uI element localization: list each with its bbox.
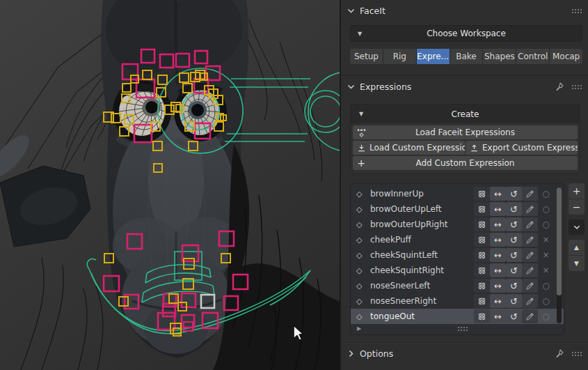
mirror-expression-button[interactable] — [474, 294, 490, 308]
eyedropper-icon[interactable] — [522, 248, 538, 262]
remove-corrective-icon[interactable]: × — [538, 233, 554, 247]
load-custom-expressions-button[interactable]: Load Custom Expressio... — [353, 141, 465, 155]
mirror-axis-button[interactable]: ↔ — [490, 279, 506, 293]
shapekey-diamond-icon: ◇ — [356, 297, 370, 306]
shapekey-diamond-icon: ◇ — [356, 251, 370, 260]
expression-row-browOuterUpLeft[interactable]: ◇browOuterUpLeft↔↺○ — [351, 201, 564, 217]
mirror-axis-button[interactable]: ↔ — [490, 187, 506, 201]
corrective-shapekey-icon[interactable]: ○ — [538, 309, 554, 323]
corrective-shapekey-icon[interactable]: ○ — [538, 187, 554, 201]
mirror-axis-button[interactable]: ↔ — [490, 263, 506, 277]
drag-grip-icon[interactable] — [571, 84, 582, 89]
add-custom-expression-label: Add Custom Expression — [370, 158, 578, 168]
reset-expression-button[interactable]: ↺ — [506, 294, 522, 308]
load-faceit-expressions-button[interactable]: Load Faceit Expressions — [353, 125, 578, 139]
remove-expression-button[interactable]: − — [569, 199, 585, 215]
move-expression-down-button[interactable]: ▼ — [569, 256, 585, 271]
shapekey-diamond-icon: ◇ — [356, 220, 370, 229]
chevron-down-icon[interactable] — [347, 82, 356, 91]
reset-expression-button[interactable]: ↺ — [506, 263, 522, 277]
mirror-axis-button[interactable]: ↔ — [490, 248, 506, 262]
mirror-axis-button[interactable]: ↔ — [490, 294, 506, 308]
expand-triangle-icon[interactable]: ▶ — [351, 325, 361, 332]
export-custom-expressions-button[interactable]: Export Custom Expressi... — [466, 141, 578, 155]
faceit-sidebar-panel: FaceIt ▼ Choose Workspace SetupRigExpre.… — [340, 0, 588, 370]
drag-grip-icon[interactable] — [571, 8, 582, 13]
add-expression-button[interactable]: + — [569, 183, 585, 199]
options-panel-header[interactable]: Options — [341, 343, 588, 364]
reset-expression-button[interactable]: ↺ — [506, 233, 522, 247]
choose-workspace-dropdown[interactable]: ▼ Choose Workspace — [350, 25, 582, 42]
mirror-expression-button[interactable] — [474, 263, 490, 277]
expression-row-noseSneerRight[interactable]: ◇noseSneerRight↔↺○ — [351, 293, 564, 309]
remove-corrective-icon[interactable]: × — [538, 263, 554, 277]
list-scrollbar[interactable] — [557, 187, 562, 323]
expression-row-cheekPuff[interactable]: ◇cheekPuff↔↺× — [351, 232, 564, 247]
eyedropper-icon[interactable] — [522, 187, 538, 201]
expression-row-browOuterUpRight[interactable]: ◇browOuterUpRight↔↺○ — [351, 217, 564, 232]
corrective-shapekey-icon[interactable]: ○ — [538, 202, 554, 216]
chevron-right-icon[interactable] — [347, 349, 356, 358]
shapekey-diamond-icon: ◇ — [356, 312, 370, 321]
reset-expression-button[interactable]: ↺ — [506, 217, 522, 231]
list-specials-menu-button[interactable] — [569, 219, 585, 235]
mirror-axis-button[interactable]: ↔ — [490, 233, 506, 247]
mirror-axis-button[interactable]: ↔ — [490, 217, 506, 231]
mirror-expression-button[interactable] — [474, 187, 490, 201]
3d-viewport[interactable] — [0, 0, 340, 370]
expression-name: browOuterUpLeft — [370, 204, 474, 214]
plus-icon: + — [353, 158, 370, 168]
corrective-shapekey-icon[interactable]: ○ — [538, 279, 554, 293]
chevron-down-icon[interactable] — [347, 6, 356, 15]
move-expression-up-button[interactable]: ▲ — [569, 240, 585, 255]
mirror-expression-button[interactable] — [474, 279, 490, 293]
add-custom-expression-button[interactable]: + Add Custom Expression — [353, 156, 578, 170]
reset-expression-button[interactable]: ↺ — [506, 202, 522, 216]
mirror-expression-button[interactable] — [474, 248, 490, 262]
resize-grip-icon[interactable] — [457, 326, 468, 331]
mirror-expression-button[interactable] — [474, 217, 490, 231]
expressions-panel-title: Expressions — [360, 82, 411, 92]
create-menu-button[interactable]: ▼ Create — [351, 105, 580, 123]
list-scrollbar-thumb[interactable] — [557, 187, 562, 295]
expression-name: noseSneerLeft — [370, 281, 474, 291]
pin-icon[interactable] — [555, 348, 564, 358]
expression-row-tongueOut[interactable]: ◇tongueOut↔↺○ — [351, 309, 564, 324]
expression-row-cheekSquintLeft[interactable]: ◇cheekSquintLeft↔↺× — [351, 247, 564, 263]
reset-expression-button[interactable]: ↺ — [506, 309, 522, 323]
eyedropper-icon[interactable] — [522, 263, 538, 277]
mirror-expression-button[interactable] — [474, 233, 490, 247]
corrective-shapekey-icon[interactable]: ○ — [538, 294, 554, 308]
tab-expre[interactable]: Expre... — [417, 49, 450, 64]
tab-bake[interactable]: Bake — [450, 49, 484, 64]
expression-row-cheekSquintRight[interactable]: ◇cheekSquintRight↔↺× — [351, 263, 564, 278]
mirror-expression-button[interactable] — [474, 309, 490, 323]
reset-expression-button[interactable]: ↺ — [506, 279, 522, 293]
mirror-expression-button[interactable] — [474, 202, 490, 216]
mirror-axis-button[interactable]: ↔ — [490, 309, 506, 323]
expression-row-browInnerUp[interactable]: ◇browInnerUp↔↺○ — [351, 186, 564, 201]
choose-workspace-label: Choose Workspace — [351, 29, 582, 38]
faceit-panel-header[interactable]: FaceIt — [341, 0, 588, 21]
eyedropper-icon[interactable] — [522, 217, 538, 231]
reset-expression-button[interactable]: ↺ — [506, 248, 522, 262]
eyedropper-icon[interactable] — [522, 202, 538, 216]
tab-control[interactable]: Control — [516, 49, 550, 64]
tab-setup[interactable]: Setup — [350, 49, 383, 64]
mouse-cursor — [293, 325, 308, 343]
eyedropper-icon[interactable] — [522, 294, 538, 308]
reset-expression-button[interactable]: ↺ — [506, 187, 522, 201]
eyedropper-icon[interactable] — [522, 233, 538, 247]
eyedropper-icon[interactable] — [522, 279, 538, 293]
eyedropper-icon[interactable] — [522, 309, 538, 323]
mirror-axis-button[interactable]: ↔ — [490, 202, 506, 216]
corrective-shapekey-icon[interactable]: ○ — [538, 217, 554, 231]
tab-mocap[interactable]: Mocap — [550, 49, 582, 64]
expression-row-noseSneerLeft[interactable]: ◇noseSneerLeft↔↺○ — [351, 278, 564, 293]
remove-corrective-icon[interactable]: × — [538, 248, 554, 262]
pin-icon[interactable] — [555, 82, 564, 91]
tab-rig[interactable]: Rig — [383, 49, 417, 64]
tab-shapes[interactable]: Shapes — [483, 49, 516, 64]
drag-grip-icon[interactable] — [571, 351, 582, 356]
expressions-panel-header[interactable]: Expressions — [341, 76, 588, 97]
